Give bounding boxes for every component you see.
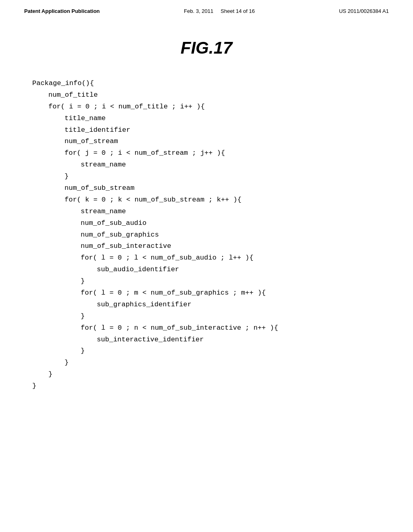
header-date: Feb. 3, 2011: [184, 8, 213, 14]
code-line: num_of_sub_interactive: [81, 241, 389, 252]
code-line: }: [65, 357, 389, 369]
code-line: num_of_sub_graphics: [81, 229, 389, 241]
code-line: stream_name: [81, 206, 389, 218]
code-line: sub_audio_identifier: [97, 264, 389, 276]
code-line: title_name: [65, 113, 389, 125]
code-line: }: [65, 171, 389, 183]
code-line: stream_name: [81, 159, 389, 171]
code-line: }: [32, 380, 389, 392]
code-line: num_of_title: [48, 89, 389, 101]
code-line: num_of_stream: [65, 136, 389, 148]
header-patent-number: US 2011/0026384 A1: [339, 8, 389, 14]
figure-title: FIG.17: [0, 38, 413, 58]
header-date-sheet: Feb. 3, 2011 Sheet 14 of 16: [184, 8, 255, 14]
code-line: }: [81, 276, 389, 287]
code-line: for( i = 0 ; i < num_of_title ; i++ ){: [48, 101, 389, 113]
code-line: for( l = 0 ; m < num_of_sub_graphics ; m…: [81, 287, 389, 299]
code-line: }: [81, 345, 389, 357]
code-line: sub_graphics_identifier: [97, 299, 389, 311]
code-line: sub_interactive_identifier: [97, 334, 389, 346]
code-line: }: [81, 311, 389, 322]
header-sheet: Sheet 14 of 16: [221, 8, 255, 14]
code-line: num_of_sub_audio: [81, 218, 389, 229]
code-line: for( l = 0 ; l < num_of_sub_audio ; l++ …: [81, 252, 389, 264]
code-line: for( l = 0 ; n < num_of_sub_interactive …: [81, 322, 389, 334]
code-line: Package_info(){: [32, 78, 389, 89]
code-line: }: [48, 369, 389, 380]
code-block: Package_info(){num_of_titlefor( i = 0 ; …: [0, 78, 413, 392]
code-line: for( j = 0 ; i < num_of_stream ; j++ ){: [65, 148, 389, 159]
header-publication-label: Patent Application Publication: [24, 8, 100, 14]
code-line: for( k = 0 ; k < num_of_sub_stream ; k++…: [65, 194, 389, 206]
page-header: Patent Application Publication Feb. 3, 2…: [0, 0, 413, 18]
code-line: num_of_sub_stream: [65, 183, 389, 194]
code-line: title_identifier: [65, 125, 389, 136]
